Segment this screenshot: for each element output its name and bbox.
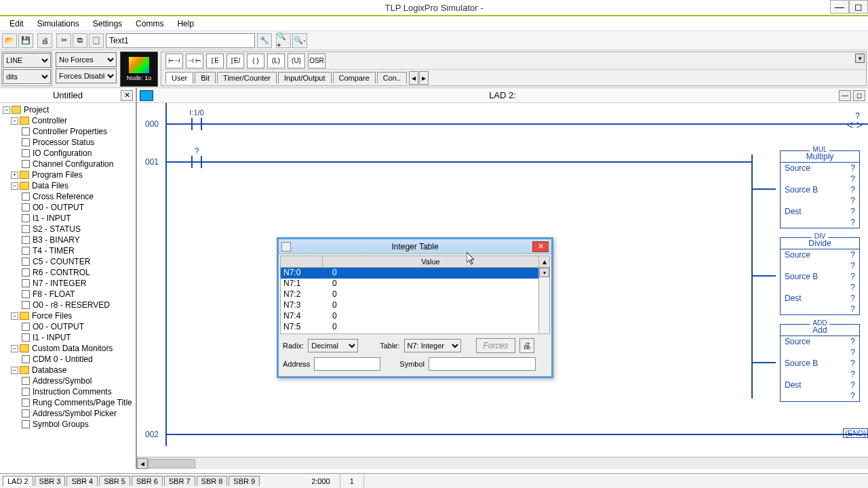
tab-input-output[interactable]: Input/Output: [278, 72, 332, 83]
tree-force-input[interactable]: I1 - INPUT: [1, 332, 134, 343]
line-dropdown[interactable]: LINE: [3, 53, 51, 68]
tree-s2-status[interactable]: S2 - STATUS: [1, 224, 134, 235]
minimize-button[interactable]: —: [830, 0, 849, 14]
dialog-close-button[interactable]: ✕: [532, 241, 549, 252]
scroll-up-icon[interactable]: ▴: [538, 256, 549, 267]
symbol-input[interactable]: [429, 357, 536, 371]
table-row[interactable]: N7:30: [281, 300, 549, 311]
radix-dropdown[interactable]: Decimal: [308, 339, 358, 352]
maximize-button[interactable]: ◻: [849, 0, 868, 14]
tree-rung-comments[interactable]: Rung Comments/Page Title: [1, 397, 134, 408]
tree-b3-binary[interactable]: B3 - BINARY: [1, 235, 134, 245]
rung-new-icon[interactable]: ⊢⊣: [165, 54, 183, 68]
mul-instruction[interactable]: MULMultiply Source? ? Source B? ? Dest? …: [780, 150, 860, 228]
tree-close-button[interactable]: ✕: [121, 90, 133, 101]
address-input[interactable]: [314, 357, 380, 371]
tab-prev-icon[interactable]: ◂: [409, 71, 418, 85]
h-scrollbar[interactable]: ◂: [137, 457, 868, 469]
tree-reserved[interactable]: O0 - r8 - RESERVED: [1, 300, 134, 310]
branch-icon[interactable]: ⊣ ⊢: [186, 54, 203, 68]
palette-corner-button[interactable]: ▾: [855, 54, 865, 63]
print-icon[interactable]: 🖨: [37, 33, 52, 48]
table-row[interactable]: N7:00: [281, 268, 549, 279]
tab-lad2[interactable]: LAD 2: [3, 476, 33, 486]
dialog-title-bar[interactable]: Integer Table ✕: [279, 239, 551, 254]
tree-controller[interactable]: −Controller: [1, 115, 134, 126]
table-row[interactable]: N7:40: [281, 311, 549, 322]
tree-symbol-groups[interactable]: Symbol Groups: [1, 419, 134, 430]
tree-cdm0[interactable]: CDM 0 - Untitled: [1, 354, 134, 365]
tab-con[interactable]: Con..: [377, 72, 407, 83]
osr-icon[interactable]: OSR: [308, 54, 326, 68]
tree-o0-output[interactable]: O0 - OUTPUT: [1, 202, 134, 213]
tab-timer-counter[interactable]: Timer/Counter: [217, 72, 277, 83]
tree-project[interactable]: −Project: [1, 104, 134, 115]
ote-icon[interactable]: ( ): [247, 54, 264, 68]
scroll-track[interactable]: [195, 458, 868, 469]
forces-disabled-dropdown[interactable]: Forces Disabled: [56, 68, 117, 83]
otl-icon[interactable]: (L): [267, 54, 285, 68]
scroll-thumb[interactable]: [148, 459, 195, 468]
tree-database[interactable]: −Database: [1, 365, 134, 375]
tab-bit[interactable]: Bit: [195, 72, 216, 83]
tree-addr-picker[interactable]: Address/Symbol Picker: [1, 408, 134, 419]
tree-data-files[interactable]: −Data Files: [1, 180, 134, 191]
paste-icon[interactable]: 📋: [89, 33, 104, 48]
div-instruction[interactable]: DIVDivide Source? ? Source B? ? Dest? ?: [780, 237, 860, 315]
tree-t4-timer[interactable]: T4 - TIMER: [1, 245, 134, 256]
rung-000-contact[interactable]: I:1/0: [190, 118, 203, 130]
menu-simulations[interactable]: Simulations: [31, 18, 86, 30]
copy-icon[interactable]: ⧉: [73, 33, 87, 48]
tab-sbr9[interactable]: SBR 9: [229, 476, 260, 486]
tree-force-files[interactable]: −Force Files: [1, 310, 134, 321]
tab-sbr3[interactable]: SBR 3: [35, 476, 66, 486]
xic-icon[interactable]: ⟦E: [206, 54, 224, 68]
table-list[interactable]: N7:00 N7:10 N7:20 N7:30 N7:40 N7:50 ▾: [280, 268, 550, 334]
tree-r6-control[interactable]: R6 - CONTROL: [1, 267, 134, 278]
table-row[interactable]: N7:50: [281, 322, 549, 333]
forces-button[interactable]: Forces: [476, 338, 516, 353]
add-instruction[interactable]: ADDAdd Source? ? Source B? ? Dest? ?: [780, 324, 860, 402]
cut-icon[interactable]: ✂: [56, 33, 71, 48]
tab-sbr5[interactable]: SBR 5: [99, 476, 130, 486]
dialog-scrollbar[interactable]: ▾: [538, 268, 549, 333]
tree-f8-float[interactable]: F8 - FLOAT: [1, 289, 134, 300]
table-dropdown[interactable]: N7: Integer: [404, 339, 461, 352]
tree-channel-config[interactable]: Channel Configuration: [1, 159, 134, 169]
tree-c5-counter[interactable]: C5 - COUNTER: [1, 256, 134, 267]
tree-cross-reference[interactable]: Cross Reference: [1, 191, 134, 202]
menu-settings[interactable]: Settings: [86, 18, 129, 30]
ladder-maximize-button[interactable]: ◻: [853, 90, 865, 101]
rung-000-output-coil[interactable]: < >: [847, 119, 863, 131]
tab-sbr7[interactable]: SBR 7: [164, 476, 195, 486]
tab-next-icon[interactable]: ▸: [419, 71, 429, 85]
tab-sbr6[interactable]: SBR 6: [132, 476, 163, 486]
dialog-sys-icon[interactable]: [281, 242, 291, 251]
tab-sbr4[interactable]: SBR 4: [66, 476, 98, 486]
table-row[interactable]: N7:20: [281, 289, 549, 300]
tree-processor-status[interactable]: Processor Status: [1, 137, 134, 148]
table-row[interactable]: N7:10: [281, 279, 549, 289]
zoom-out-icon[interactable]: 🔍-: [292, 33, 307, 48]
chip-box[interactable]: Node: 1o: [120, 52, 158, 87]
forces-dropdown[interactable]: No Forces: [56, 52, 117, 67]
tree-addr-symbol[interactable]: Address/Symbol: [1, 375, 134, 386]
menu-edit[interactable]: Edit: [3, 18, 31, 30]
zoom-in-icon[interactable]: 🔍+: [276, 33, 291, 48]
rung-001-contact[interactable]: ?: [190, 156, 203, 168]
scroll-left-icon[interactable]: ◂: [137, 458, 148, 469]
tab-compare[interactable]: Compare: [333, 72, 376, 83]
menu-comms[interactable]: Comms: [129, 18, 170, 30]
scroll-down-icon[interactable]: ▾: [539, 268, 549, 277]
text-input[interactable]: [106, 33, 255, 48]
tab-user[interactable]: User: [165, 72, 193, 83]
tab-sbr8[interactable]: SBR 8: [197, 476, 228, 486]
tree-controller-properties[interactable]: Controller Properties: [1, 126, 134, 137]
dialog-print-icon[interactable]: 🖨: [519, 338, 534, 353]
ladder-minimize-button[interactable]: —: [839, 90, 851, 101]
tree-cdm[interactable]: −Custom Data Monitors: [1, 343, 134, 354]
open-icon[interactable]: 📂: [2, 33, 17, 48]
tool-icon[interactable]: 🔧: [257, 33, 272, 48]
menu-help[interactable]: Help: [170, 18, 201, 30]
tree-io-config[interactable]: IO Configuration: [1, 148, 134, 159]
